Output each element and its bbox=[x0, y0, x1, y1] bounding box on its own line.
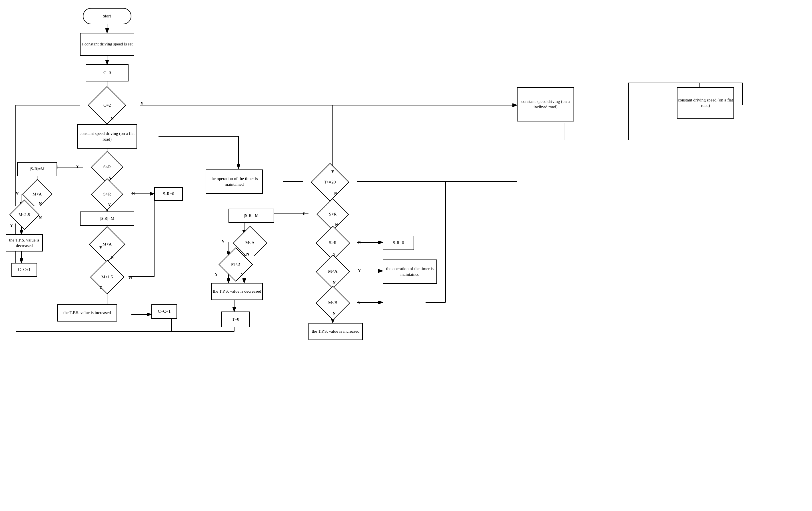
start-label: start bbox=[103, 13, 111, 19]
c-c1-left-label: C=C+1 bbox=[18, 267, 31, 273]
constant-speed-flat-box: constant speed driving (on a flat road) bbox=[77, 124, 137, 149]
sr-0-left-label: S-R=0 bbox=[163, 191, 174, 197]
sr-0-mid-label: S-R=0 bbox=[393, 240, 404, 246]
t20-n: N bbox=[334, 191, 337, 196]
ml15-left-n: N bbox=[39, 216, 42, 220]
s-less-r-mid-diamond: S<R bbox=[309, 206, 357, 223]
m-less-b-mid2-diamond: M<B bbox=[309, 294, 357, 312]
c-equals-0-label: C=0 bbox=[104, 70, 111, 76]
abs-sr-m-left1-box: |S-R|=M bbox=[17, 162, 57, 176]
t20-y: Y bbox=[331, 170, 334, 174]
s-less-r-left-label: S<R bbox=[104, 164, 111, 170]
tps-increased-left-box: the T.P.S. value is increased bbox=[57, 304, 117, 322]
m-less-b-mid-label: M<B bbox=[231, 262, 240, 267]
mla-left1-n: N bbox=[39, 202, 42, 206]
timer-maintained-mid-box: the operation of the timer is maintained bbox=[206, 169, 263, 194]
m-less-a-left2-diamond: M<A bbox=[86, 234, 128, 254]
t-greater-20-diamond: T>=20 bbox=[303, 173, 357, 191]
mla-left2-n: N bbox=[111, 255, 114, 260]
m-less-b-mid2-label: M<B bbox=[328, 300, 337, 306]
s-greater-r-mid-label: S>R bbox=[329, 240, 337, 246]
sgr-left-n: N bbox=[132, 191, 135, 196]
abs-sr-m-left2-label: |S-R|=M bbox=[100, 216, 114, 221]
m-less-a-left1-diamond: M<A bbox=[22, 186, 53, 203]
sr-0-mid-box: S-R=0 bbox=[383, 236, 414, 250]
c-c1-left2-label: C=C+1 bbox=[158, 308, 171, 314]
m-less-15-left-label: M<1.5 bbox=[19, 212, 30, 218]
abs-sr-m-mid-label: |S-R|=M bbox=[244, 213, 259, 219]
slr-left-y: Y bbox=[76, 164, 79, 169]
c-equals-2-diamond: C=2 bbox=[80, 96, 134, 115]
ml15-left2-y: Y bbox=[99, 285, 102, 290]
c-c1-left2-box: C=C+1 bbox=[151, 304, 177, 319]
slr-mid-n: N bbox=[335, 223, 338, 227]
timer-maintained-mid-label: the operation of the timer is maintained bbox=[206, 176, 262, 187]
m-less-a-left1-label: M<A bbox=[33, 191, 42, 197]
m-less-15-left2-diamond: M<1.5 bbox=[86, 269, 128, 286]
timer-maintained-right-box: the operation of the timer is maintained bbox=[383, 260, 437, 284]
c2-n-label: N bbox=[111, 116, 114, 121]
constant-speed-flat-label: constant speed driving (on a flat road) bbox=[78, 131, 137, 142]
tps-decreased-mid-box: the T.P.S. value is decreased bbox=[211, 283, 263, 300]
tps-decreased-mid-label: the T.P.S. value is decreased bbox=[213, 289, 261, 294]
s-less-r-mid-label: S<R bbox=[329, 212, 337, 217]
s-greater-r-left-diamond: S>R bbox=[83, 186, 132, 203]
tps-decreased-left-box: the T.P.S. value is decreased bbox=[6, 234, 43, 251]
slr-mid-y: Y bbox=[302, 211, 305, 216]
tps-increased-left-label: the T.P.S. value is increased bbox=[63, 310, 111, 316]
mlb-mid-y: Y bbox=[215, 272, 218, 277]
tps-increased-right-label: the T.P.S. value is increased bbox=[312, 329, 359, 334]
timer-maintained-right-label: the operation of the timer is maintained bbox=[383, 266, 436, 277]
m-less-15-left-diamond: M<1.5 bbox=[8, 206, 40, 223]
mla-mid1-y: Y bbox=[222, 240, 225, 244]
sgr-left-y: Y bbox=[108, 203, 111, 208]
ml15-left2-n: N bbox=[129, 275, 132, 280]
m-less-a-mid2-diamond: M<A bbox=[309, 263, 357, 280]
abs-sr-m-mid-box: |S-R|=M bbox=[229, 209, 274, 223]
m-less-a-left2-label: M<A bbox=[103, 242, 112, 247]
c-c1-left-box: C=C+1 bbox=[11, 263, 37, 277]
constant-speed-set-label: a constant driving speed is set bbox=[81, 42, 133, 47]
start-node: start bbox=[83, 8, 132, 24]
mla-mid2-n: N bbox=[333, 281, 336, 285]
t-equals-0-label: T=0 bbox=[232, 317, 239, 322]
tps-decreased-left-label: the T.P.S. value is decreased bbox=[6, 238, 42, 249]
m-less-a-mid2-label: M<A bbox=[328, 269, 338, 274]
mlb-mid2-n: N bbox=[333, 312, 336, 316]
m-less-b-mid-diamond: M<B bbox=[214, 256, 257, 273]
abs-sr-m-left1-label: |S-R|=M bbox=[30, 166, 44, 172]
mla-left1-y: Y bbox=[16, 192, 19, 196]
constant-driving-flat-box: constant driving speed (on a flat road) bbox=[677, 87, 734, 118]
t-greater-20-label: T>=20 bbox=[324, 180, 336, 185]
constant-speed-inclined-label: constant speed driving (on a inclined ro… bbox=[518, 99, 574, 110]
s-greater-r-mid-diamond: S>R bbox=[309, 234, 357, 251]
ml15-left-y: Y bbox=[10, 223, 13, 228]
mlb-mid2-y: Y bbox=[358, 300, 361, 305]
m-less-a-mid1-label: M<A bbox=[245, 240, 255, 246]
c-equals-0-box: C=0 bbox=[86, 64, 128, 81]
flowchart: start a constant driving speed is set C=… bbox=[0, 0, 812, 511]
constant-speed-inclined-box: constant speed driving (on a inclined ro… bbox=[517, 87, 574, 122]
m-less-15-left2-label: M<1.5 bbox=[102, 274, 113, 280]
constant-speed-set-box: a constant driving speed is set bbox=[80, 33, 134, 56]
c2-y-label: Y bbox=[141, 102, 143, 106]
c-equals-2-label: C=2 bbox=[104, 103, 111, 108]
abs-sr-m-left2-box: |S-R|=M bbox=[80, 212, 134, 226]
tps-increased-right-box: the T.P.S. value is increased bbox=[309, 323, 363, 340]
mla-left2-y: Y bbox=[99, 246, 102, 250]
constant-driving-flat-label: constant driving speed (on a flat road) bbox=[677, 98, 733, 109]
sr-0-left-box: S-R=0 bbox=[154, 187, 183, 201]
s-greater-r-left-label: S>R bbox=[104, 191, 111, 197]
mla-mid2-y: Y bbox=[358, 269, 361, 273]
sgr-mid-n: N bbox=[358, 240, 361, 245]
t-equals-0-box: T=0 bbox=[221, 312, 250, 327]
mlb-mid-n: N bbox=[240, 272, 243, 277]
s-less-r-left-diamond: S<R bbox=[83, 159, 132, 176]
